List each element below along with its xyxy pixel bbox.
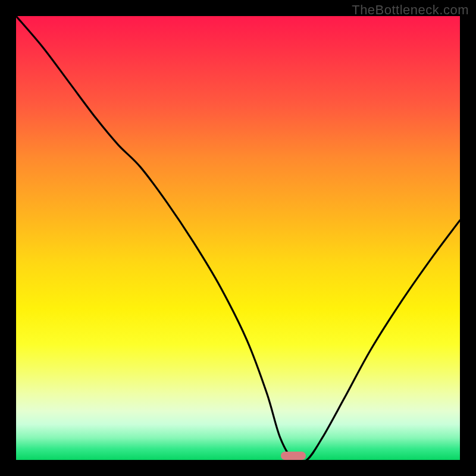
optimal-marker [281,452,306,460]
plot-area [16,16,460,460]
chart-frame: TheBottleneck.com [0,0,476,476]
bottleneck-curve [16,16,460,460]
watermark-text: TheBottleneck.com [352,2,469,18]
